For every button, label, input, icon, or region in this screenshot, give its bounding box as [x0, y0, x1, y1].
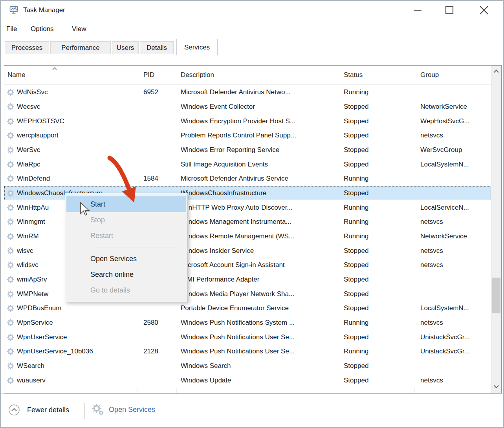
context-menu-item[interactable]: Open Services	[65, 251, 187, 267]
service-group	[420, 186, 491, 201]
vertical-scrollbar[interactable]	[491, 66, 501, 393]
service-group: LocalSystemN...	[420, 157, 491, 172]
service-pid: 2580	[143, 316, 176, 330]
tab[interactable]: Performance	[50, 41, 111, 54]
table-row[interactable]: wuauserv Windows Update Stopped netsvcs	[4, 373, 491, 388]
service-group: LocalSystemN...	[420, 301, 491, 316]
tab[interactable]: Users	[112, 41, 139, 54]
service-description: Problem Reports Control Panel Supp...	[181, 128, 336, 143]
service-gear-icon	[7, 172, 15, 186]
table-row[interactable]: WpnUserService Windows Push Notification…	[4, 330, 491, 344]
service-status: Stopped	[344, 287, 414, 301]
tab[interactable]: Services	[176, 39, 218, 55]
service-status: Stopped	[344, 359, 414, 373]
table-row[interactable]: WSearch Windows Search Stopped	[4, 359, 491, 373]
footer-divider	[84, 403, 85, 419]
scrollbar-thumb[interactable]	[492, 278, 500, 313]
table-row[interactable]: WPDBusEnum Portable Device Enumerator Se…	[4, 301, 491, 316]
menubar-item[interactable]: File	[6, 20, 17, 38]
service-description: WindowsChaosInfrastructure	[181, 186, 336, 201]
context-menu-item[interactable]: Search online	[65, 267, 187, 282]
context-menu-item[interactable]	[65, 243, 187, 251]
service-gear-icon	[7, 316, 15, 330]
service-pid: 2128	[143, 344, 176, 359]
table-row[interactable]: WdNisSvc 6952 Microsoft Defender Antivir…	[4, 85, 491, 100]
table-row[interactable]: WEPHOSTSVC Windows Encryption Provider H…	[4, 114, 491, 128]
close-button[interactable]	[473, 2, 495, 19]
service-description: Windows Update	[181, 373, 336, 388]
service-group: LocalServiceN...	[420, 200, 491, 215]
service-status: Stopped	[344, 186, 414, 201]
service-gear-icon	[7, 85, 15, 100]
scroll-up-icon[interactable]	[494, 70, 499, 75]
maximize-icon	[444, 5, 455, 15]
table-row[interactable]: WerSvc Windows Error Reporting Service S…	[4, 143, 491, 157]
column-header[interactable]: Group	[420, 66, 439, 84]
table-row[interactable]: WinDefend 1584 Microsoft Defender Antivi…	[4, 172, 491, 186]
service-name: WpnService	[17, 316, 136, 330]
scroll-down-icon[interactable]	[494, 383, 499, 388]
service-pid: 6952	[143, 85, 176, 100]
service-description: WMI Performance Adapter	[181, 273, 336, 287]
service-status: Running	[344, 172, 414, 186]
table-row[interactable]: Wecsvc Windows Event Collector Stopped N…	[4, 100, 491, 114]
service-status: Running	[344, 229, 414, 244]
table-row[interactable]: WpnUserService_10b036 2128 Windows Push …	[4, 344, 491, 359]
service-gear-icon	[7, 157, 15, 172]
table-row[interactable]: WpnService 2580 Windows Push Notificatio…	[4, 316, 491, 330]
service-description: Windows Encryption Provider Host S...	[181, 114, 336, 128]
service-gear-icon	[7, 258, 15, 273]
fewer-details-button[interactable]: Fewer details	[8, 404, 69, 416]
context-menu-item[interactable]: Go to details	[65, 282, 187, 298]
service-pid	[143, 100, 176, 114]
service-description: Windows Event Collector	[181, 100, 336, 114]
fewer-details-label: Fewer details	[27, 406, 69, 414]
context-menu-item[interactable]: Restart	[65, 228, 187, 243]
menubar-item[interactable]: View	[72, 20, 86, 38]
service-group: netsvcs	[420, 373, 491, 388]
column-header[interactable]: PID	[143, 66, 154, 84]
service-description: Windows Error Reporting Service	[181, 143, 336, 157]
column-header[interactable]: Description	[181, 66, 214, 84]
table-row[interactable]: wercplsupport Problem Reports Control Pa…	[4, 128, 491, 143]
tab[interactable]: Processes	[5, 41, 49, 54]
footer-bar: Fewer details	[1, 393, 503, 428]
service-status: Stopped	[344, 273, 414, 287]
tab[interactable]: Details	[140, 41, 174, 54]
context-menu-item[interactable]: Start	[66, 196, 186, 212]
service-description: Microsoft Account Sign-in Assistant	[181, 258, 336, 273]
service-name: wuauserv	[17, 373, 136, 388]
column-header[interactable]: Name	[7, 66, 25, 84]
service-pid: 1584	[143, 172, 176, 186]
minimize-button[interactable]	[407, 2, 429, 19]
service-status: Stopped	[344, 373, 414, 388]
service-group: netsvcs	[420, 316, 491, 330]
close-icon	[478, 5, 489, 16]
context-menu-item[interactable]: Stop	[65, 212, 187, 228]
service-group: netsvcs	[420, 243, 491, 258]
service-gear-icon	[7, 287, 15, 301]
column-header[interactable]: Status	[344, 66, 363, 84]
service-pid	[143, 301, 176, 316]
context-menu: StartStopRestartOpen ServicesSearch onli…	[65, 193, 188, 302]
service-group: WepHostSvcG...	[420, 114, 491, 128]
open-services-link[interactable]: Open Services	[92, 403, 155, 416]
service-group: netsvcs	[420, 215, 491, 229]
service-description: Windows Media Player Network Sha...	[181, 287, 336, 301]
service-gear-icon	[7, 229, 15, 244]
service-description: Windows Search	[181, 359, 336, 373]
maximize-button[interactable]	[438, 2, 460, 19]
service-group: NetworkService	[420, 229, 491, 244]
service-status: Stopped	[344, 143, 414, 157]
service-group: UnistackSvcGr...	[420, 330, 491, 344]
open-services-label: Open Services	[109, 406, 155, 414]
service-name: WEPHOSTSVC	[17, 114, 136, 128]
service-status: Stopped	[344, 301, 414, 316]
menubar-item[interactable]: Options	[31, 20, 54, 38]
table-row[interactable]: WiaRpc Still Image Acquisition Events St…	[4, 157, 491, 172]
service-pid	[143, 359, 176, 373]
service-description: Microsoft Defender Antivirus Netwo...	[181, 85, 336, 100]
service-pid	[143, 143, 176, 157]
service-status: Stopped	[344, 100, 414, 114]
service-group	[420, 273, 491, 287]
